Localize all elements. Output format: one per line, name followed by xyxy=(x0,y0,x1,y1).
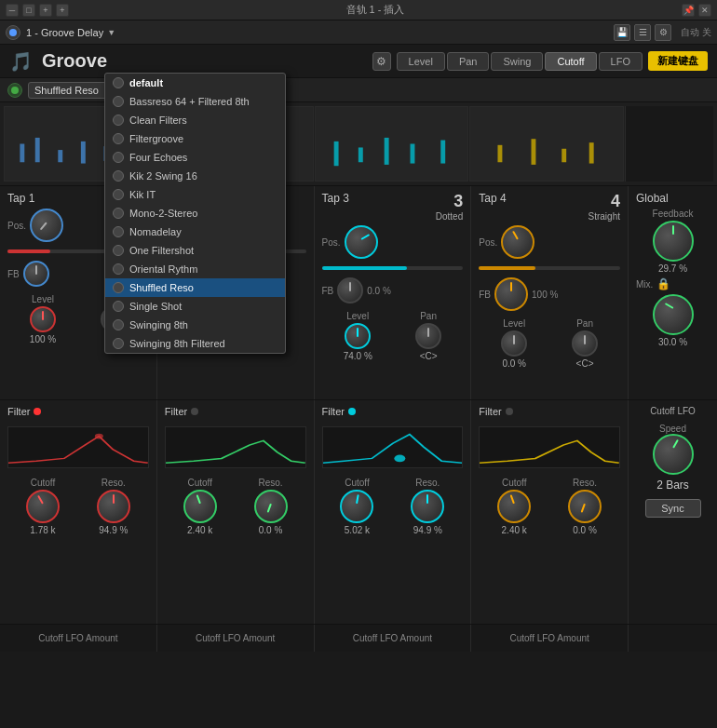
tap-4-fb-value: 100 % xyxy=(532,290,558,300)
filter-4-cutoff-knob[interactable] xyxy=(497,490,531,523)
tap-4-pos-row: Pos. xyxy=(479,225,620,259)
filter-2-reso-group: Reso. 0.0 % xyxy=(254,478,288,535)
tap-4-fb-knob[interactable] xyxy=(494,277,528,311)
filter-3-curve xyxy=(322,426,464,468)
filter-2-reso-label: Reso. xyxy=(259,478,283,488)
window-close-button[interactable]: ✕ xyxy=(698,4,711,17)
preset-option-default[interactable]: default xyxy=(105,74,285,92)
filter-4-cutoff-label: Cutoff xyxy=(502,478,527,488)
preset-power-btn[interactable] xyxy=(7,83,22,98)
lock-icon[interactable]: 🔒 xyxy=(656,277,670,290)
tap-4-pan-knob[interactable] xyxy=(572,330,598,357)
filter-1-led[interactable] xyxy=(34,408,41,415)
maximize-button[interactable]: □ xyxy=(22,4,35,17)
global-mix-knob[interactable] xyxy=(653,294,694,335)
tab-pan[interactable]: Pan xyxy=(447,52,490,71)
close-button[interactable]: + xyxy=(39,4,52,17)
global-feedback-knob[interactable] xyxy=(653,221,694,262)
svg-rect-2 xyxy=(58,150,62,162)
preset-option-cleanfilters[interactable]: Clean Filters xyxy=(105,111,285,129)
preset-option-nomadelay[interactable]: Nomadelay xyxy=(105,222,285,241)
tap-1-fb-knob[interactable] xyxy=(23,261,49,287)
preset-option-bassreso[interactable]: Bassreso 64 + Filtered 8th xyxy=(105,92,285,111)
tap-4-pan-label: Pan xyxy=(576,318,593,329)
filter-2-cutoff-value: 2.40 k xyxy=(187,525,212,535)
tap-1-level-knob[interactable] xyxy=(30,306,56,332)
global-title: Global xyxy=(636,192,710,205)
tab-level[interactable]: Level xyxy=(397,52,445,71)
preset-option-filtergroove[interactable]: Filtergroove xyxy=(105,129,285,148)
settings-icon[interactable]: ⚙ xyxy=(655,24,671,41)
save-icon[interactable]: 💾 xyxy=(614,24,630,41)
preset-option-kikit[interactable]: Kik IT xyxy=(105,185,285,204)
filter-1-header: Filter xyxy=(7,406,149,417)
tap-3-pos-row: Pos. xyxy=(322,225,464,259)
preset-option-shuffledreso[interactable]: Shuffled Reso xyxy=(105,278,285,297)
waveform-track-4 xyxy=(469,106,624,182)
groove-icon: 🎵 xyxy=(9,50,33,73)
preset-option-shuffledreso-label: Shuffled Reso xyxy=(129,282,194,293)
cutoff-lfo-sync-button[interactable]: Sync xyxy=(645,499,701,518)
minimize-button[interactable]: ─ xyxy=(6,4,19,17)
preset-icon-onefiltershot xyxy=(113,245,124,256)
filter-3-led[interactable] xyxy=(348,408,356,415)
dropdown-arrow-icon: ▼ xyxy=(107,28,115,37)
filter-3-cutoff-knob[interactable] xyxy=(340,490,373,523)
filter-2-cutoff-knob[interactable] xyxy=(183,490,217,523)
preset-option-orientalrythm[interactable]: Oriental Rythm xyxy=(105,260,285,278)
filter-1-reso-knob[interactable] xyxy=(97,490,130,523)
lfo-amount-4-label: Cutoff LFO Amount xyxy=(509,633,588,643)
preset-option-swinging8thfiltered[interactable]: Swinging 8th Filtered xyxy=(105,334,285,353)
preset-icon-singleshot xyxy=(113,301,124,312)
preset-option-onefiltershot[interactable]: One Filtershot xyxy=(105,241,285,260)
power-button[interactable] xyxy=(6,25,20,40)
tap-3-slider[interactable] xyxy=(322,266,464,270)
tab-swing[interactable]: Swing xyxy=(491,52,543,71)
tap-4-level-knob[interactable] xyxy=(501,330,527,357)
filter-2-reso-knob[interactable] xyxy=(254,490,288,523)
preset-option-swinging8th[interactable]: Swinging 8th xyxy=(105,316,285,334)
filter-1-cutoff-knob[interactable] xyxy=(26,490,60,523)
preset-icon-mono2stereo xyxy=(113,208,124,219)
mix-label: Mix. xyxy=(636,279,653,290)
tap-3-level-knob[interactable] xyxy=(345,323,371,349)
tap-3-fb-knob[interactable] xyxy=(337,277,363,303)
filter-4-reso-label: Reso. xyxy=(573,478,597,488)
gear-button[interactable]: ⚙ xyxy=(372,52,391,71)
tap-3-pan-knob[interactable] xyxy=(415,323,441,349)
preset-option-singleshot[interactable]: Single Shot xyxy=(105,297,285,316)
tap-1-level-value: 100 % xyxy=(30,334,56,344)
preset-option-mono2stereo-label: Mono-2-Stereo xyxy=(129,208,197,219)
global-feedback-value: 29.7 % xyxy=(658,263,687,274)
preset-option-fourechoes-label: Four Echoes xyxy=(129,152,187,163)
plugin-selector[interactable]: 1 - Groove Delay ▼ xyxy=(26,27,115,38)
cutoff-lfo-speed-knob[interactable] xyxy=(653,434,694,475)
filter-3-reso-knob[interactable] xyxy=(411,490,444,523)
preset-option-mono2stereo[interactable]: Mono-2-Stereo xyxy=(105,204,285,222)
tap-3-pos-number: 3 xyxy=(416,192,463,211)
window-title: 音轨 1 - 插入 xyxy=(69,3,682,17)
svg-point-20 xyxy=(394,455,405,463)
filter-1-label: Filter xyxy=(7,406,30,417)
new-keybind-button[interactable]: 新建键盘 xyxy=(648,51,708,71)
filter-4-led[interactable] xyxy=(506,408,513,415)
tap-1-pos-knob[interactable] xyxy=(30,209,63,242)
filter-4-reso-knob[interactable] xyxy=(568,490,602,523)
menu-icon[interactable]: ☰ xyxy=(634,24,651,41)
tap-4-pos-knob[interactable] xyxy=(501,225,534,259)
filter-2-led[interactable] xyxy=(191,408,198,415)
tap-4-pos-label: Pos. xyxy=(479,237,497,248)
preset-option-kik2swing[interactable]: Kik 2 Swing 16 xyxy=(105,167,285,185)
tab-lfo[interactable]: LFO xyxy=(599,52,643,71)
add-tab-button[interactable]: + xyxy=(56,4,69,17)
tap-3-fb-row: FB 0.0 % xyxy=(322,277,464,303)
tap-4-slider[interactable] xyxy=(479,266,620,270)
preset-option-fourechoes[interactable]: Four Echoes xyxy=(105,148,285,167)
cutoff-lfo-title: Cutoff LFO xyxy=(636,406,710,416)
filter-3-cutoff-value: 5.02 k xyxy=(345,525,370,535)
tap-4-level-value: 0.0 % xyxy=(502,358,526,369)
tab-cutoff[interactable]: Cutoff xyxy=(545,52,596,71)
tap-3-pos-knob[interactable] xyxy=(345,225,378,259)
filter-3-reso-label: Reso. xyxy=(415,478,440,488)
pin-button[interactable]: 📌 xyxy=(682,4,695,17)
